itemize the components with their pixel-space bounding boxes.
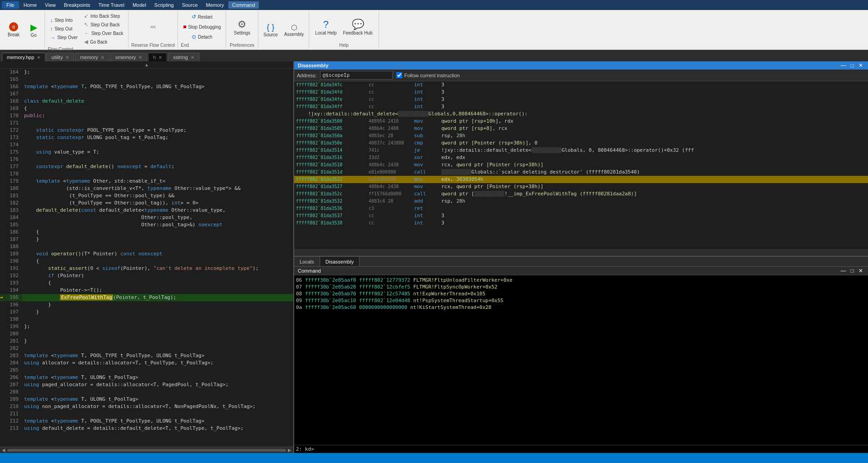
menu-breakpoints[interactable]: Breakpoints: [60, 1, 94, 9]
code-line-168: 168class default_delete: [0, 98, 293, 105]
tab-xmemory[interactable]: xmemory ✕: [110, 53, 147, 61]
help-label: Help: [339, 42, 349, 48]
cmd-maximize-btn[interactable]: □: [849, 268, 855, 274]
assembly-button[interactable]: ⬡ Assembly: [282, 22, 306, 38]
menu-home[interactable]: Home: [20, 1, 40, 9]
disasm-line: fffff802`81da3505488b4c 2408movqword ptr…: [294, 125, 868, 132]
disassembly-header: Disassembly — □ ✕: [294, 61, 868, 70]
cmd-controls: — □ ✕: [839, 268, 864, 274]
menu-file[interactable]: File: [2, 1, 19, 9]
disasm-line: fffff802`81da3536c3ret: [294, 205, 868, 212]
tab-xstring[interactable]: xstring ✕: [168, 53, 199, 61]
code-line-206: 206template <typename T, ULONG t_PoolTag…: [0, 374, 293, 381]
menu-time-travel[interactable]: Time Travel: [95, 1, 128, 9]
scroll-up[interactable]: ▲: [0, 61, 293, 69]
settings-button[interactable]: ⚙ Settings: [232, 17, 252, 37]
into-back-step-button[interactable]: ↙ Into Back Step: [82, 12, 125, 20]
go-back-button[interactable]: ◀ Go Back: [82, 38, 125, 46]
tab-locals[interactable]: Locals: [294, 257, 320, 266]
into-back-step-label: Into Back Step: [90, 14, 120, 19]
code-line-174: 174: [0, 141, 293, 149]
break-button[interactable]: ⏸ Break: [4, 20, 24, 40]
step-out-back-button[interactable]: ↖ Step Out Back: [82, 20, 125, 29]
restart-button[interactable]: ↺ Restart: [189, 13, 215, 21]
code-line-202: 202: [0, 345, 293, 352]
disasm-line: fffff802`81da3518488b4c 2438movrcx, qwor…: [294, 161, 868, 169]
assembly-label: Assembly: [284, 32, 304, 37]
stop-debugging-button[interactable]: ■ Stop Debugging: [181, 23, 223, 31]
menu-memory[interactable]: Memory: [202, 1, 228, 9]
disasm-minimize-btn[interactable]: —: [839, 62, 848, 69]
tab-xstring-close[interactable]: ✕: [191, 55, 194, 60]
tab-utility[interactable]: utility ✕: [46, 53, 74, 61]
tab-memory[interactable]: memory ✕: [75, 53, 109, 61]
cmd-output-line: 09 fffff30b`2e05ac10 fffff802`12e04d48 n…: [296, 298, 866, 304]
tab-memory-label: memory: [80, 55, 98, 60]
menu-scripting[interactable]: Scripting: [151, 1, 178, 9]
cmd-minimize-btn[interactable]: —: [839, 268, 848, 274]
disasm-tab-label: Disassembly: [326, 259, 354, 264]
prefs-label: Preferences: [230, 42, 254, 48]
address-input[interactable]: [320, 71, 393, 80]
code-content[interactable]: 164}; 165 166template <typename T, POOL_…: [0, 69, 293, 447]
code-line-184: 184 Other::pool_type,: [0, 214, 293, 221]
go-icon: ▶: [30, 22, 37, 33]
disasm-line: fffff802`81da351633d2xoredx, edx: [294, 154, 868, 161]
step-over-back-button[interactable]: ← Step Over Back: [82, 29, 125, 37]
command-output[interactable]: 06 fffff30b`2e05aaf0 fffff802`12779372 F…: [294, 275, 868, 445]
code-line-178: 178: [0, 170, 293, 178]
code-line-179: 179 template <typename Other, std::enabl…: [0, 178, 293, 185]
menu-view[interactable]: View: [41, 1, 59, 9]
source-icon: { }: [267, 23, 275, 32]
tab-strip: memory.hpp ✕ utility ✕ memory ✕ xmemory …: [0, 50, 868, 61]
cmd-close-btn[interactable]: ✕: [857, 268, 864, 274]
menu-source[interactable]: Source: [178, 1, 202, 9]
step-over-icon: →: [50, 35, 55, 41]
code-line-183: 183 default_delete(const default_delete<…: [0, 207, 293, 214]
tab-memory-close[interactable]: ✕: [101, 55, 104, 60]
code-line-188: 188: [0, 243, 293, 250]
feedback-hub-button[interactable]: 💬 Feedback Hub: [341, 17, 375, 37]
source-label: Source: [263, 32, 278, 37]
disasm-maximize-btn[interactable]: □: [849, 62, 855, 69]
command-input[interactable]: [316, 446, 866, 452]
code-line-190: 190 {: [0, 258, 293, 265]
tab-memory-hpp-close[interactable]: ✕: [37, 55, 40, 60]
ribbon: ⏸ Break ▶ Go ↓ Step Into ↑ Step Out →: [0, 10, 868, 50]
tab-utility-close[interactable]: ✕: [65, 55, 69, 60]
menu-command[interactable]: Command: [228, 1, 259, 9]
tab-disassembly-bottom[interactable]: Disassembly: [320, 257, 360, 266]
step-out-icon: ↑: [50, 26, 53, 32]
code-line-201: 201}: [0, 338, 293, 345]
disasm-line: fffff802`81da34fcccint3: [294, 81, 868, 89]
cmd-output-line: 08 fffff30b`2e05ab70 fffff802`12c57485 n…: [296, 291, 866, 297]
source-button[interactable]: { } Source: [261, 21, 280, 39]
step-back-icon: ↙: [84, 13, 89, 19]
detach-button[interactable]: ⊙ Detach: [189, 33, 215, 41]
flow-group-label: Flow Control: [48, 46, 125, 52]
menu-model[interactable]: Model: [129, 1, 150, 9]
code-line-198: 198: [0, 316, 293, 323]
go-button[interactable]: ▶ Go: [25, 20, 42, 39]
follow-checkbox[interactable]: [396, 72, 402, 78]
h-scrollbar[interactable]: ◀ ▶: [0, 447, 293, 453]
step-into-button[interactable]: ↓ Step Into: [48, 16, 80, 25]
follow-checkbox-label[interactable]: Follow current instruction: [396, 72, 459, 78]
disasm-h-scrollbar[interactable]: [294, 249, 868, 256]
tab-xmemory-close[interactable]: ✕: [138, 55, 142, 60]
step-out-button[interactable]: ↑ Step Out: [48, 25, 80, 33]
tab-memory-hpp[interactable]: memory.hpp ✕: [2, 53, 45, 61]
tab-h[interactable]: h ✕: [148, 53, 167, 61]
local-help-button[interactable]: ? Local Help: [313, 17, 339, 37]
reverse-flow-placeholder: <<: [150, 25, 156, 30]
stop-icon: ■: [183, 24, 186, 30]
disassembly-content[interactable]: fffff802`81da34fcccint3 fffff802`81da34f…: [294, 81, 868, 249]
step-over-back-icon: ←: [84, 30, 89, 36]
step-over-button[interactable]: → Step Over: [48, 34, 80, 42]
code-line-175: 175 using value_type = T;: [0, 149, 293, 156]
code-line-211: 211: [0, 410, 293, 418]
disasm-close-btn[interactable]: ✕: [857, 62, 864, 69]
h-scroll-thumb[interactable]: [7, 449, 286, 452]
code-line-165: 165: [0, 76, 293, 83]
tab-h-close[interactable]: ✕: [158, 55, 162, 60]
